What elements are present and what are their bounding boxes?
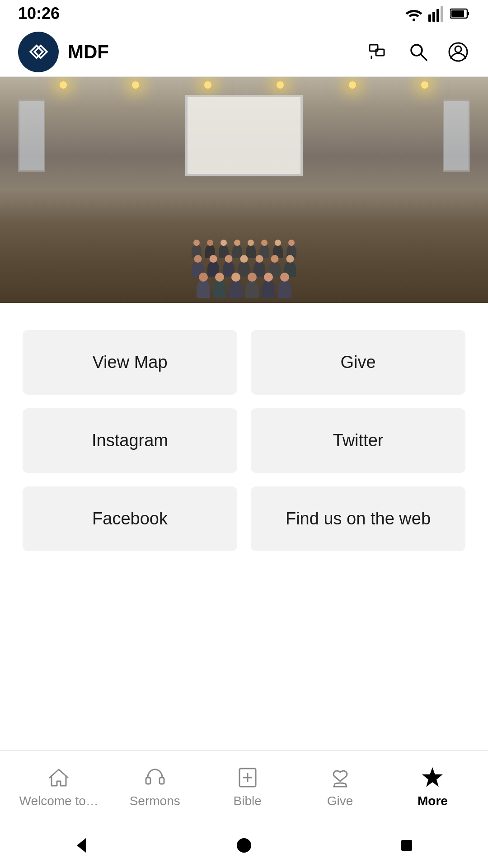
- twitter-button[interactable]: Twitter: [251, 408, 465, 473]
- nav-item-more[interactable]: More: [396, 766, 469, 808]
- person: [213, 279, 226, 298]
- home-icon: [47, 766, 70, 789]
- back-icon: [72, 836, 90, 854]
- window-right: [443, 99, 470, 172]
- window-left: [18, 99, 45, 172]
- action-buttons-grid: View Map Give Instagram Twitter Facebook…: [23, 330, 465, 551]
- ceiling-lights: [0, 81, 488, 89]
- congregation-area: [0, 245, 488, 298]
- light-1: [60, 81, 67, 89]
- profile-button[interactable]: [446, 40, 470, 64]
- give-icon: [328, 766, 352, 789]
- svg-rect-16: [160, 778, 164, 784]
- svg-rect-6: [467, 12, 469, 15]
- search-icon: [408, 41, 429, 63]
- person: [262, 279, 275, 298]
- hero-image: [0, 77, 488, 303]
- person: [246, 245, 256, 258]
- signal-icon: [428, 5, 445, 22]
- star-icon: [421, 766, 444, 789]
- recents-icon: [398, 836, 416, 854]
- nav-item-give[interactable]: Give: [304, 766, 376, 808]
- nav-item-welcome[interactable]: Welcome to…: [19, 766, 98, 808]
- profile-icon: [447, 41, 469, 63]
- header-right: [367, 40, 470, 64]
- nav-label-sermons: Sermons: [130, 794, 180, 808]
- light-6: [421, 81, 428, 89]
- svg-point-14: [455, 46, 461, 52]
- home-circle-icon: [235, 836, 253, 854]
- app-header: MDF: [0, 27, 488, 77]
- svg-point-0: [413, 19, 415, 21]
- row-3: [0, 279, 488, 298]
- battery-icon: [450, 8, 470, 19]
- headphones-icon: [143, 766, 167, 789]
- nav-label-give: Give: [327, 794, 353, 808]
- light-5: [349, 81, 356, 89]
- instagram-button[interactable]: Instagram: [23, 408, 237, 473]
- logo-icon: [26, 39, 51, 64]
- bible-icon: [236, 766, 259, 789]
- header-left: MDF: [18, 32, 109, 72]
- svg-rect-15: [146, 778, 150, 784]
- light-4: [277, 81, 284, 89]
- app-title: MDF: [68, 41, 109, 63]
- search-button[interactable]: [407, 40, 430, 64]
- svg-rect-1: [428, 14, 431, 22]
- app-logo[interactable]: [18, 32, 59, 72]
- person: [278, 279, 291, 298]
- svg-point-22: [237, 838, 251, 853]
- svg-rect-4: [441, 6, 443, 22]
- person: [197, 279, 210, 298]
- svg-rect-7: [451, 10, 464, 17]
- svg-rect-23: [401, 840, 412, 851]
- system-nav-bar: [0, 823, 488, 868]
- status-bar: 10:26: [0, 0, 488, 27]
- find-web-button[interactable]: Find us on the web: [251, 486, 465, 551]
- svg-rect-2: [432, 12, 435, 22]
- light-2: [132, 81, 139, 89]
- facebook-button[interactable]: Facebook: [23, 486, 237, 551]
- nav-label-more: More: [418, 794, 448, 808]
- recents-button[interactable]: [393, 832, 420, 859]
- projection-screen: [185, 95, 303, 176]
- bottom-nav: Welcome to… Sermons Bible Give More: [0, 750, 488, 823]
- nav-label-bible: Bible: [233, 794, 261, 808]
- svg-line-12: [421, 54, 427, 60]
- view-map-button[interactable]: View Map: [23, 330, 237, 395]
- svg-rect-3: [436, 9, 439, 22]
- nav-label-welcome: Welcome to…: [19, 794, 98, 808]
- home-button[interactable]: [230, 832, 258, 859]
- wifi-icon: [405, 6, 423, 21]
- person: [229, 279, 243, 298]
- nav-item-bible[interactable]: Bible: [211, 766, 284, 808]
- back-button[interactable]: [68, 832, 95, 859]
- row-2: [0, 261, 488, 277]
- chat-icon: [368, 41, 389, 63]
- status-icons: [405, 5, 470, 22]
- svg-marker-20: [423, 769, 441, 786]
- person: [245, 279, 259, 298]
- main-content: View Map Give Instagram Twitter Facebook…: [0, 303, 488, 578]
- chat-button[interactable]: [367, 40, 390, 64]
- give-button[interactable]: Give: [251, 330, 465, 395]
- svg-marker-21: [77, 838, 86, 853]
- nav-item-sermons[interactable]: Sermons: [119, 766, 191, 808]
- light-3: [204, 81, 211, 89]
- status-time: 10:26: [18, 4, 60, 23]
